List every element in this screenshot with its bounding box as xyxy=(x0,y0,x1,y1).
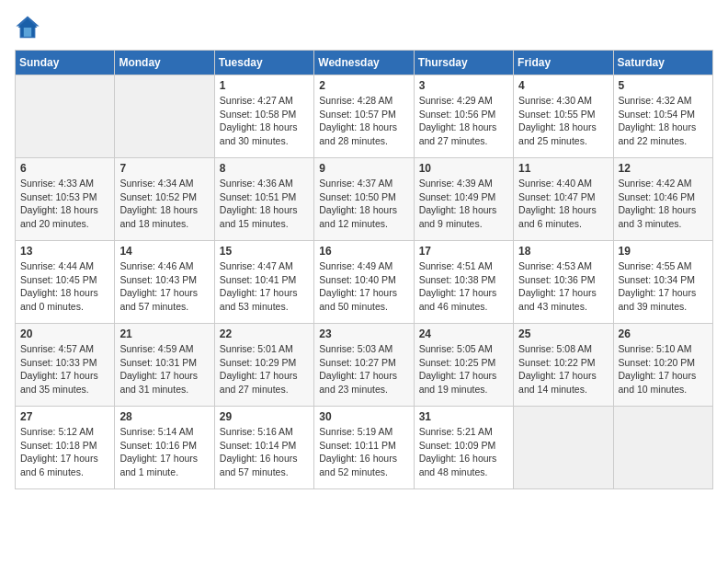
day-number: 7 xyxy=(119,162,209,175)
calendar-cell: 26Sunrise: 5:10 AM Sunset: 10:20 PM Dayl… xyxy=(613,324,712,407)
day-info: Sunrise: 4:39 AM Sunset: 10:49 PM Daylig… xyxy=(419,177,508,231)
day-number: 29 xyxy=(220,410,309,423)
day-number: 28 xyxy=(119,410,209,423)
logo xyxy=(15,15,44,40)
calendar-week-row: 1Sunrise: 4:27 AM Sunset: 10:58 PM Dayli… xyxy=(16,75,713,158)
day-number: 14 xyxy=(119,245,209,258)
calendar-cell: 11Sunrise: 4:40 AM Sunset: 10:47 PM Dayl… xyxy=(514,158,613,241)
day-info: Sunrise: 4:55 AM Sunset: 10:34 PM Daylig… xyxy=(619,259,708,314)
day-info: Sunrise: 4:59 AM Sunset: 10:31 PM Daylig… xyxy=(119,342,209,396)
calendar-cell: 5Sunrise: 4:32 AM Sunset: 10:54 PM Dayli… xyxy=(613,75,712,158)
calendar-cell: 12Sunrise: 4:42 AM Sunset: 10:46 PM Dayl… xyxy=(613,158,712,241)
calendar-cell: 13Sunrise: 4:44 AM Sunset: 10:45 PM Dayl… xyxy=(16,241,115,324)
calendar-cell xyxy=(115,75,214,158)
day-number: 4 xyxy=(518,79,608,92)
calendar-cell xyxy=(613,407,712,489)
day-number: 15 xyxy=(220,245,309,258)
calendar-cell: 31Sunrise: 5:21 AM Sunset: 10:09 PM Dayl… xyxy=(414,407,513,489)
calendar-week-row: 6Sunrise: 4:33 AM Sunset: 10:53 PM Dayli… xyxy=(16,158,713,241)
calendar-cell: 20Sunrise: 4:57 AM Sunset: 10:33 PM Dayl… xyxy=(16,324,115,407)
day-number: 21 xyxy=(119,327,209,340)
calendar-cell: 15Sunrise: 4:47 AM Sunset: 10:41 PM Dayl… xyxy=(214,241,313,324)
calendar-cell: 4Sunrise: 4:30 AM Sunset: 10:55 PM Dayli… xyxy=(514,75,613,158)
day-info: Sunrise: 4:27 AM Sunset: 10:58 PM Daylig… xyxy=(220,94,309,148)
day-info: Sunrise: 4:29 AM Sunset: 10:56 PM Daylig… xyxy=(419,94,508,148)
calendar-cell: 17Sunrise: 4:51 AM Sunset: 10:38 PM Dayl… xyxy=(414,241,513,324)
day-info: Sunrise: 4:42 AM Sunset: 10:46 PM Daylig… xyxy=(619,177,708,231)
day-number: 11 xyxy=(518,162,608,175)
day-number: 8 xyxy=(220,162,309,175)
calendar-day-header: Friday xyxy=(514,51,613,75)
calendar-cell: 30Sunrise: 5:19 AM Sunset: 10:11 PM Dayl… xyxy=(314,407,414,489)
calendar-cell: 28Sunrise: 5:14 AM Sunset: 10:16 PM Dayl… xyxy=(115,407,214,489)
day-number: 2 xyxy=(319,79,408,92)
calendar-cell: 16Sunrise: 4:49 AM Sunset: 10:40 PM Dayl… xyxy=(314,241,414,324)
day-number: 13 xyxy=(20,245,109,258)
day-number: 19 xyxy=(619,245,708,258)
day-info: Sunrise: 4:49 AM Sunset: 10:40 PM Daylig… xyxy=(319,259,408,314)
calendar-day-header: Wednesday xyxy=(314,51,414,75)
day-number: 16 xyxy=(319,245,408,258)
calendar-cell: 9Sunrise: 4:37 AM Sunset: 10:50 PM Dayli… xyxy=(314,158,414,241)
calendar-week-row: 20Sunrise: 4:57 AM Sunset: 10:33 PM Dayl… xyxy=(16,324,713,407)
day-number: 12 xyxy=(619,162,708,175)
day-info: Sunrise: 5:14 AM Sunset: 10:16 PM Daylig… xyxy=(119,425,209,479)
calendar-cell: 7Sunrise: 4:34 AM Sunset: 10:52 PM Dayli… xyxy=(115,158,214,241)
calendar-cell: 27Sunrise: 5:12 AM Sunset: 10:18 PM Dayl… xyxy=(16,407,115,489)
day-number: 20 xyxy=(20,327,109,340)
calendar-cell: 2Sunrise: 4:28 AM Sunset: 10:57 PM Dayli… xyxy=(314,75,414,158)
day-info: Sunrise: 4:37 AM Sunset: 10:50 PM Daylig… xyxy=(319,177,408,231)
calendar-week-row: 13Sunrise: 4:44 AM Sunset: 10:45 PM Dayl… xyxy=(16,241,713,324)
day-info: Sunrise: 4:40 AM Sunset: 10:47 PM Daylig… xyxy=(518,177,608,231)
day-info: Sunrise: 5:08 AM Sunset: 10:22 PM Daylig… xyxy=(518,342,608,396)
day-number: 1 xyxy=(220,79,309,92)
day-number: 30 xyxy=(319,410,408,423)
day-info: Sunrise: 5:01 AM Sunset: 10:29 PM Daylig… xyxy=(220,342,309,396)
day-info: Sunrise: 4:44 AM Sunset: 10:45 PM Daylig… xyxy=(20,259,109,314)
day-info: Sunrise: 4:33 AM Sunset: 10:53 PM Daylig… xyxy=(20,177,109,231)
day-info: Sunrise: 5:16 AM Sunset: 10:14 PM Daylig… xyxy=(220,425,309,479)
day-number: 26 xyxy=(619,327,708,340)
day-info: Sunrise: 5:03 AM Sunset: 10:27 PM Daylig… xyxy=(319,342,408,396)
day-info: Sunrise: 4:36 AM Sunset: 10:51 PM Daylig… xyxy=(220,177,309,231)
day-info: Sunrise: 5:12 AM Sunset: 10:18 PM Daylig… xyxy=(20,425,109,479)
calendar-cell xyxy=(514,407,613,489)
day-info: Sunrise: 4:34 AM Sunset: 10:52 PM Daylig… xyxy=(119,177,209,231)
day-number: 3 xyxy=(419,79,508,92)
day-info: Sunrise: 4:46 AM Sunset: 10:43 PM Daylig… xyxy=(119,259,209,314)
calendar-cell: 14Sunrise: 4:46 AM Sunset: 10:43 PM Dayl… xyxy=(115,241,214,324)
calendar-week-row: 27Sunrise: 5:12 AM Sunset: 10:18 PM Dayl… xyxy=(16,407,713,489)
day-info: Sunrise: 4:51 AM Sunset: 10:38 PM Daylig… xyxy=(419,259,508,314)
calendar-day-header: Sunday xyxy=(16,51,115,75)
svg-rect-2 xyxy=(24,28,31,37)
day-info: Sunrise: 4:32 AM Sunset: 10:54 PM Daylig… xyxy=(619,94,708,148)
calendar-cell: 25Sunrise: 5:08 AM Sunset: 10:22 PM Dayl… xyxy=(514,324,613,407)
calendar-cell: 24Sunrise: 5:05 AM Sunset: 10:25 PM Dayl… xyxy=(414,324,513,407)
day-number: 18 xyxy=(518,245,608,258)
calendar-cell: 10Sunrise: 4:39 AM Sunset: 10:49 PM Dayl… xyxy=(414,158,513,241)
calendar-cell: 22Sunrise: 5:01 AM Sunset: 10:29 PM Dayl… xyxy=(214,324,313,407)
day-info: Sunrise: 5:05 AM Sunset: 10:25 PM Daylig… xyxy=(419,342,508,396)
calendar-table: SundayMondayTuesdayWednesdayThursdayFrid… xyxy=(15,50,713,489)
day-number: 22 xyxy=(220,327,309,340)
calendar-cell: 6Sunrise: 4:33 AM Sunset: 10:53 PM Dayli… xyxy=(16,158,115,241)
calendar-cell: 19Sunrise: 4:55 AM Sunset: 10:34 PM Dayl… xyxy=(613,241,712,324)
day-number: 17 xyxy=(419,245,508,258)
day-info: Sunrise: 5:21 AM Sunset: 10:09 PM Daylig… xyxy=(419,425,508,479)
calendar-day-header: Monday xyxy=(115,51,214,75)
day-number: 9 xyxy=(319,162,408,175)
calendar-cell: 3Sunrise: 4:29 AM Sunset: 10:56 PM Dayli… xyxy=(414,75,513,158)
day-info: Sunrise: 4:57 AM Sunset: 10:33 PM Daylig… xyxy=(20,342,109,396)
day-info: Sunrise: 4:30 AM Sunset: 10:55 PM Daylig… xyxy=(518,94,608,148)
calendar-cell: 21Sunrise: 4:59 AM Sunset: 10:31 PM Dayl… xyxy=(115,324,214,407)
calendar-header-row: SundayMondayTuesdayWednesdayThursdayFrid… xyxy=(16,51,713,75)
calendar-day-header: Tuesday xyxy=(214,51,313,75)
calendar-cell: 18Sunrise: 4:53 AM Sunset: 10:36 PM Dayl… xyxy=(514,241,613,324)
calendar-day-header: Thursday xyxy=(414,51,513,75)
calendar-day-header: Saturday xyxy=(613,51,712,75)
day-number: 24 xyxy=(419,327,508,340)
day-number: 27 xyxy=(20,410,109,423)
calendar-cell xyxy=(16,75,115,158)
logo-icon xyxy=(15,15,40,40)
calendar-cell: 23Sunrise: 5:03 AM Sunset: 10:27 PM Dayl… xyxy=(314,324,414,407)
